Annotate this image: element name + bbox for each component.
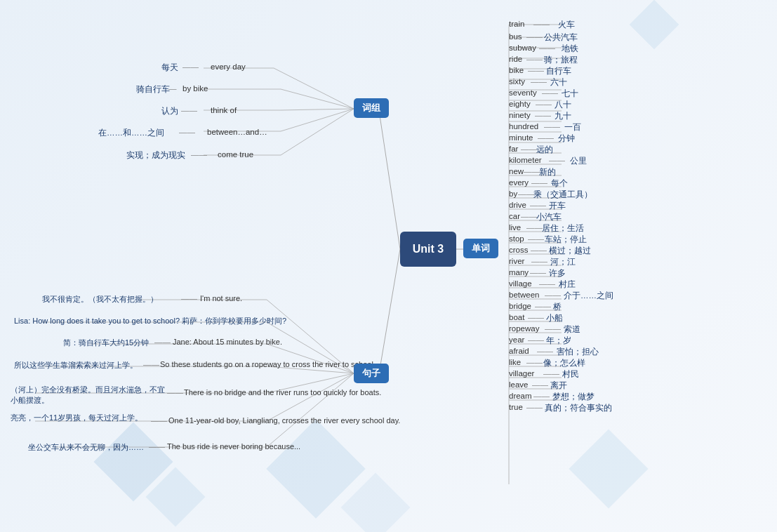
sent-4-en: There is no bridge and the river runs to… [184, 388, 381, 397]
word-18-en: live [509, 223, 521, 232]
word-14-en: every [509, 178, 529, 187]
word-dash-30: —— [526, 358, 543, 366]
svg-line-3 [274, 68, 354, 109]
word-30-cn: 像；怎么样 [543, 358, 585, 368]
word-3-cn: 骑；旅程 [544, 55, 578, 65]
word-0-en: train [509, 20, 524, 28]
svg-line-60 [267, 373, 354, 421]
word-32-en: leave [509, 380, 529, 389]
vocab-item-3-english: between…and… [207, 128, 267, 136]
center-node: Unit 3 [400, 232, 456, 267]
word-7-en: eighty [509, 100, 531, 108]
vocab-item-0-english: every day [211, 62, 246, 71]
branch-sentences-label: 句子 [362, 368, 380, 378]
word-13-cn: 新的 [539, 167, 556, 178]
word-29-cn: 害怕；担心 [557, 347, 599, 357]
sent-2-en: Jane: About 15 minutes by bike. [173, 338, 282, 346]
word-16-cn: 开车 [549, 201, 566, 211]
sent-6-en: The bus ride is never boring because... [167, 442, 300, 451]
word-dash-10: —— [538, 133, 554, 142]
word-0-cn: 火车 [558, 20, 575, 30]
word-26-en: boat [509, 313, 524, 321]
vocab-item-2-english: think of [211, 106, 237, 114]
svg-line-9 [281, 109, 354, 131]
word-12-en: kilometer [509, 156, 542, 164]
sent-5-cn: 亮亮，一个11岁男孩，每天过河上学。 [11, 413, 142, 423]
sent-dash-4: —— [167, 388, 183, 397]
sent-dash-6: —— [149, 442, 165, 451]
word-dash-31: —— [543, 369, 559, 378]
word-33-cn: 梦想；做梦 [552, 392, 595, 402]
word-3-en: ride [509, 55, 522, 63]
word-21-en: river [509, 257, 524, 265]
word-dash-5: —— [531, 77, 547, 86]
word-dash-33: —— [533, 392, 550, 400]
sent-3-en: So these students go on a ropeway to cro… [160, 360, 376, 368]
svg-line-5 [281, 89, 354, 109]
word-2-cn: 地铁 [562, 44, 578, 54]
word-dash-29: —— [537, 347, 553, 355]
word-34-cn: 真的；符合事实的 [545, 403, 612, 413]
word-27-cn: 索道 [564, 324, 580, 335]
sent-6-cn: 坐公交车从来不会无聊，因为…… [28, 442, 144, 453]
word-dash-6: —— [542, 88, 558, 97]
sent-0-en: I'm not sure. [200, 294, 242, 302]
word-17-cn: 小汽车 [536, 212, 562, 222]
word-dash-7: —— [536, 100, 552, 108]
word-9-en: hundred [509, 122, 538, 131]
sent-dash-5: —— [151, 416, 167, 425]
word-2-en: subway [509, 44, 536, 52]
word-dash-28: —— [528, 335, 544, 344]
word-16-en: drive [509, 201, 526, 209]
word-11-cn: 远的 [536, 145, 553, 155]
word-24-en: between [509, 291, 539, 299]
word-6-en: seventy [509, 88, 537, 97]
word-17-en: car [509, 212, 520, 220]
word-8-cn: 九十 [554, 111, 571, 121]
vocab-dash-0: —— [182, 62, 199, 71]
word-6-cn: 七十 [562, 88, 578, 99]
word-5-cn: 六十 [550, 77, 567, 88]
sent-1-cn: Lisa: How long does it take you to get t… [14, 316, 286, 326]
branch-node-words: 单词 [463, 239, 498, 258]
word-dash-25: —— [535, 302, 551, 310]
branch-node-sentences: 句子 [354, 364, 389, 383]
word-31-cn: 村民 [562, 369, 579, 380]
word-19-cn: 车站；停止 [545, 234, 587, 245]
word-30-en: like [509, 358, 521, 366]
word-15-en: by [509, 189, 517, 198]
word-10-en: minute [509, 133, 533, 142]
word-33-en: dream [509, 392, 532, 400]
word-25-en: bridge [509, 302, 531, 310]
word-dash-22: —— [530, 268, 546, 277]
sent-2-cn: 简：骑自行车大约15分钟 [63, 338, 149, 348]
decorative-diamond [630, 0, 679, 49]
word-1-cn: 公共汽车 [544, 32, 578, 43]
word-9-cn: 一百 [564, 122, 581, 133]
word-dash-24: —— [545, 291, 561, 299]
word-22-en: many [509, 268, 529, 277]
word-28-cn: 年；岁 [546, 335, 571, 346]
svg-line-11 [281, 109, 354, 155]
vocab-item-4-english: come true [218, 150, 253, 159]
word-dash-21: —— [531, 257, 547, 265]
word-dash-27: —— [545, 324, 561, 333]
vocab-dash-1: — [168, 84, 177, 93]
branch-vocab-label: 词组 [362, 102, 380, 113]
word-dash-2: —— [539, 44, 555, 52]
word-dash-32: —— [532, 380, 548, 389]
word-19-en: stop [509, 234, 524, 243]
vocab-item-1-chinese: 骑自行车 [136, 84, 170, 95]
vocab-item-1-english: by bike [182, 84, 208, 93]
word-dash-17: —— [521, 212, 537, 220]
mind-map-container: Unit 3 词组 单词 句子 每天 —— every day 骑自行车 — b… [0, 0, 777, 532]
word-12-cn: 公里 [570, 156, 587, 166]
word-10-cn: 分钟 [558, 133, 575, 144]
sent-4-cn: （河上）完全没有桥梁。而且河水湍急，不宜小船摆渡。 [11, 385, 165, 406]
word-20-cn: 横过；越过 [549, 246, 591, 256]
word-dash-13: —— [524, 167, 540, 175]
word-dash-11: —— [521, 145, 537, 153]
word-dash-1: —— [526, 32, 543, 41]
word-34-en: true [509, 403, 523, 411]
word-4-cn: 自行车 [546, 66, 571, 77]
